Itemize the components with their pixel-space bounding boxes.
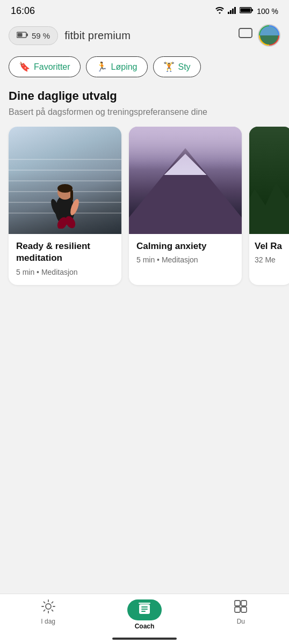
- battery-percentage: 100 %: [257, 7, 278, 16]
- card-meta-2: 5 min • Meditasjon: [136, 255, 234, 264]
- home-indicator: [112, 638, 177, 640]
- svg-rect-8: [26, 33, 28, 36]
- card-title-2: Calming anxiety: [136, 240, 234, 252]
- nav-label-du: Du: [237, 618, 245, 625]
- filter-label-styrke: Sty: [178, 62, 191, 72]
- svg-rect-34: [241, 601, 247, 606]
- filter-label-favoritter: Favoritter: [34, 62, 70, 72]
- svg-rect-35: [235, 607, 240, 612]
- svg-point-13: [57, 184, 73, 193]
- svg-rect-6: [241, 9, 251, 12]
- filter-pill-styrke[interactable]: 🏋 Sty: [153, 56, 201, 77]
- card-image-1: [9, 127, 121, 234]
- svg-line-24: [44, 602, 45, 603]
- card-meta-1: 5 min • Meditasjon: [16, 268, 114, 276]
- bottom-navigation: I dag Coach Du: [0, 594, 289, 644]
- running-icon: 🏃: [96, 61, 107, 72]
- card-partial-3[interactable]: Vel Ra 32 Me: [249, 127, 289, 284]
- card-meta-3: 32 Me: [255, 255, 287, 264]
- svg-rect-2: [232, 9, 234, 14]
- svg-rect-10: [239, 28, 252, 38]
- svg-line-25: [52, 610, 53, 611]
- daily-picks-cards: Ready & resilient meditation 5 min • Med…: [0, 127, 289, 295]
- svg-rect-3: [234, 7, 236, 14]
- svg-rect-9: [18, 33, 23, 36]
- header-actions: [239, 24, 280, 47]
- card-calming-anxiety[interactable]: Calming anxiety 5 min • Meditasjon: [129, 127, 242, 284]
- svg-point-19: [46, 604, 51, 609]
- device-battery-icon: [17, 30, 28, 41]
- bookmark-icon: 🔖: [19, 61, 30, 72]
- filter-pill-loping[interactable]: 🏃 Løping: [86, 56, 148, 77]
- svg-line-27: [44, 610, 45, 611]
- filter-pill-favoritter[interactable]: 🔖 Favoritter: [9, 56, 81, 77]
- device-battery-pill: 59 %: [9, 26, 58, 45]
- filter-pills-row: 🔖 Favoritter 🏃 Løping 🏋 Sty: [0, 53, 289, 84]
- messages-icon[interactable]: [239, 28, 252, 43]
- svg-rect-33: [235, 601, 240, 606]
- svg-rect-31: [141, 611, 146, 612]
- card-title-3: Vel Ra: [255, 240, 287, 252]
- app-title: fitbit premium: [64, 30, 232, 42]
- status-icons: 100 %: [215, 6, 278, 16]
- card-content-1: Ready & resilient meditation 5 min • Med…: [9, 234, 121, 284]
- svg-rect-14: [70, 190, 73, 201]
- card-ready-resilient[interactable]: Ready & resilient meditation 5 min • Med…: [9, 127, 121, 284]
- status-time: 16:06: [11, 5, 35, 17]
- nav-label-coach: Coach: [135, 623, 155, 630]
- nav-label-i-dag: I dag: [41, 618, 55, 625]
- svg-rect-29: [141, 606, 148, 608]
- card-content-2: Calming anxiety 5 min • Meditasjon: [129, 234, 242, 273]
- nav-item-coach[interactable]: Coach: [96, 594, 192, 633]
- svg-rect-36: [241, 607, 247, 612]
- card-title-1: Ready & resilient meditation: [16, 240, 114, 264]
- strength-icon: 🏋: [163, 61, 175, 72]
- svg-rect-0: [228, 12, 229, 14]
- grid-icon: [234, 599, 248, 616]
- svg-line-26: [52, 602, 53, 603]
- coach-icon: [127, 599, 162, 620]
- filter-label-loping: Løping: [111, 62, 138, 72]
- nav-item-du[interactable]: Du: [193, 594, 289, 633]
- nav-item-i-dag[interactable]: I dag: [0, 594, 96, 633]
- section-subtitle: Basert på dagsformen og treningspreferan…: [0, 106, 289, 127]
- app-header: 59 % fitbit premium: [0, 20, 289, 53]
- sun-icon: [41, 599, 55, 616]
- wifi-icon: [215, 6, 225, 16]
- card-image-3: [249, 127, 289, 234]
- signal-icon: [228, 6, 236, 16]
- avatar[interactable]: [258, 24, 280, 47]
- device-battery-percent: 59 %: [32, 31, 50, 40]
- card-content-3: Vel Ra 32 Me: [249, 234, 289, 273]
- section-title: Dine daglige utvalg: [0, 84, 289, 106]
- svg-rect-30: [141, 609, 148, 610]
- battery-icon: [240, 6, 254, 16]
- svg-rect-1: [230, 10, 232, 14]
- svg-rect-32: [139, 603, 150, 604]
- status-bar: 16:06 100 %: [0, 0, 289, 20]
- svg-rect-5: [251, 9, 253, 11]
- card-image-2: [129, 127, 242, 234]
